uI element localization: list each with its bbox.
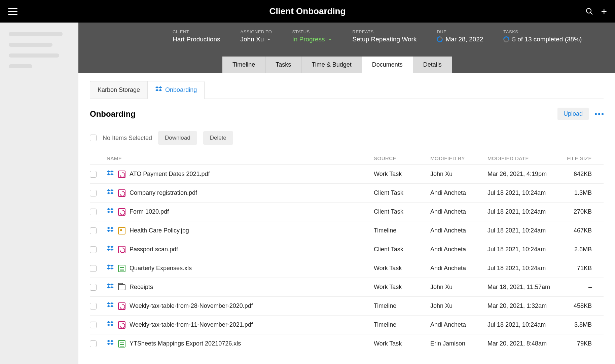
tab-documents[interactable]: Documents [362, 57, 413, 73]
table-row[interactable]: Quarterly Expenses.xlsWork TaskAndi Anch… [90, 259, 604, 278]
row-checkbox[interactable] [90, 246, 97, 253]
file-modified-date: Jul 18 2021, 10:24am [487, 265, 558, 272]
assigned-label: ASSIGNED TO [241, 29, 272, 34]
col-modified-by[interactable]: MODIFIED BY [430, 155, 487, 161]
assigned-to-dropdown[interactable]: John Xu [241, 36, 272, 43]
file-source: Timeline [374, 321, 430, 328]
more-options-icon[interactable] [595, 113, 604, 115]
file-source: Work Task [374, 265, 430, 272]
status-value: In Progress [292, 36, 325, 43]
tab-details[interactable]: Details [413, 57, 452, 73]
file-size: 2.6MB [558, 246, 592, 253]
file-name[interactable]: YTSheets Mappings Export 20210726.xls [130, 340, 241, 347]
subtab-onboarding[interactable]: Onboarding [147, 81, 205, 99]
file-name[interactable]: Weekly-tax-table-from-28-November-2020.p… [130, 302, 253, 310]
pdf-icon [118, 321, 125, 329]
file-modified-by: Andi Ancheta [430, 227, 487, 234]
file-name[interactable]: Weekly-tax-table-from-11-November-2021.p… [130, 321, 253, 328]
file-name[interactable]: Receipts [130, 284, 153, 291]
row-checkbox[interactable] [90, 209, 97, 215]
table-row[interactable]: Passport scan.pdfClient TaskAndi Ancheta… [90, 240, 604, 259]
row-checkbox[interactable] [90, 303, 97, 310]
sidebar-placeholder [9, 53, 59, 58]
pdf-icon [118, 208, 125, 216]
row-checkbox[interactable] [90, 322, 97, 328]
repeats-value[interactable]: Setup Repeating Work [353, 36, 417, 43]
row-checkbox[interactable] [90, 171, 97, 178]
table-row[interactable]: Weekly-tax-table-from-28-November-2020.p… [90, 297, 604, 316]
dropbox-icon [107, 339, 114, 348]
assigned-value: John Xu [241, 36, 264, 43]
file-modified-date: Jul 18 2021, 10:24am [487, 246, 558, 253]
col-name[interactable]: NAME [107, 155, 374, 161]
chevron-down-icon [266, 37, 271, 42]
tab-tasks[interactable]: Tasks [265, 57, 301, 73]
top-bar: Client Onboarding + [0, 0, 615, 23]
file-name[interactable]: Form 1020.pdf [130, 208, 169, 215]
tab-time-budget[interactable]: Time & Budget [301, 57, 362, 73]
table-row[interactable]: Company registration.pdfClient TaskAndi … [90, 184, 604, 203]
file-name[interactable]: Health Care Policy.jpg [130, 227, 189, 234]
sidebar-placeholder [9, 32, 63, 36]
row-checkbox[interactable] [90, 227, 97, 234]
select-all-checkbox[interactable] [90, 135, 97, 141]
work-tabs: Timeline Tasks Time & Budget Documents D… [222, 57, 615, 73]
file-size: 71KB [558, 265, 592, 272]
progress-ring-icon [436, 35, 444, 43]
sidebar-placeholder [9, 43, 52, 47]
client-value[interactable]: Hart Productions [173, 36, 220, 43]
dropbox-icon [107, 188, 114, 197]
row-checkbox[interactable] [90, 340, 97, 347]
row-checkbox[interactable] [90, 190, 97, 196]
menu-icon[interactable] [8, 8, 17, 15]
col-file-size[interactable]: FILE SIZE [558, 155, 592, 161]
col-source[interactable]: SOURCE [374, 155, 430, 161]
file-source: Work Task [374, 171, 430, 178]
row-checkbox[interactable] [90, 284, 97, 291]
file-source: Timeline [374, 227, 430, 234]
delete-button[interactable]: Delete [203, 131, 233, 145]
file-modified-by: Andi Ancheta [430, 189, 487, 196]
add-icon[interactable]: + [601, 6, 607, 17]
tab-timeline[interactable]: Timeline [222, 57, 265, 73]
file-modified-date: Mar 18, 2021, 11:57am [487, 284, 558, 291]
status-label: STATUS [292, 29, 332, 34]
due-value: Mar 28, 2022 [445, 36, 483, 43]
subtab-karbon-storage[interactable]: Karbon Storage [90, 81, 147, 99]
file-size: 458KB [558, 302, 592, 310]
file-name[interactable]: Company registration.pdf [130, 189, 197, 196]
tasks-progress[interactable]: 5 of 13 completed (38%) [503, 36, 582, 43]
sidebar [0, 23, 78, 364]
file-modified-by: Erin Jamison [430, 340, 487, 347]
section-title: Onboarding [90, 109, 136, 119]
file-size: 642KB [558, 171, 592, 178]
row-checkbox[interactable] [90, 265, 97, 272]
table-row[interactable]: ReceiptsWork TaskJohn XuMar 18, 2021, 11… [90, 278, 604, 297]
table-row[interactable]: Weekly-tax-table-from-11-November-2021.p… [90, 316, 604, 334]
pdf-icon [118, 171, 125, 178]
status-dropdown[interactable]: In Progress [292, 36, 332, 43]
subtab-onboarding-label: Onboarding [165, 86, 197, 94]
due-date[interactable]: Mar 28, 2022 [437, 36, 483, 43]
table-row[interactable]: ATO Payment Dates 2021.pdfWork TaskJohn … [90, 165, 604, 184]
file-modified-by: John Xu [430, 171, 487, 178]
file-modified-by: John Xu [430, 302, 487, 310]
sidebar-placeholder [9, 64, 32, 68]
upload-button[interactable]: Upload [557, 108, 589, 120]
file-modified-by: Andi Ancheta [430, 265, 487, 272]
file-name[interactable]: Quarterly Expenses.xls [130, 265, 192, 272]
table-row[interactable]: YTSheets Mappings Export 20210726.xlsWor… [90, 334, 604, 353]
work-header: CLIENT Hart Productions ASSIGNED TO John… [78, 23, 615, 73]
search-icon[interactable] [585, 7, 593, 15]
file-name[interactable]: ATO Payment Dates 2021.pdf [130, 171, 210, 178]
dropbox-icon [107, 301, 114, 311]
file-size: 270KB [558, 208, 592, 215]
col-modified-date[interactable]: MODIFIED DATE [487, 155, 558, 161]
divider [90, 125, 604, 125]
file-size: 79KB [558, 340, 592, 347]
download-button[interactable]: Download [158, 131, 197, 145]
file-modified-date: Mar 20, 2021, 8:48am [487, 340, 558, 347]
file-name[interactable]: Passport scan.pdf [130, 246, 178, 253]
table-row[interactable]: Form 1020.pdfClient TaskAndi AnchetaJul … [90, 203, 604, 221]
table-row[interactable]: Health Care Policy.jpgTimelineAndi Anche… [90, 221, 604, 240]
